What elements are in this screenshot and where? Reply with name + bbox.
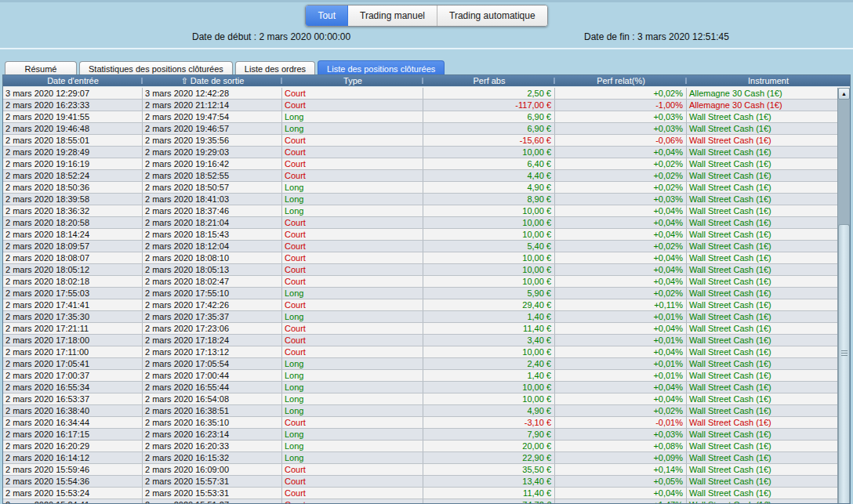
table-row[interactable]: 2 mars 2020 17:21:112 mars 2020 17:23:06… [3,323,837,335]
column-header-instrument[interactable]: Instrument [687,75,850,86]
date-start-label: Date de début : [192,31,256,42]
table-row[interactable]: 2 mars 2020 19:28:492 mars 2020 19:29:03… [3,147,837,158]
table-row[interactable]: 2 mars 2020 16:23:332 mars 2020 21:12:14… [3,100,837,111]
cell-perf-abs: 10,00 € [423,346,555,357]
cell-perf-relat: +0,03% [555,429,687,440]
cell-date-entree: 3 mars 2020 12:29:07 [3,88,143,99]
cell-perf-abs: 10,00 € [423,382,555,393]
cell-perf-abs: 35,50 € [423,464,555,475]
cell-perf-relat: +0,03% [555,123,687,134]
table-row[interactable]: 2 mars 2020 18:09:572 mars 2020 18:12:04… [3,241,837,252]
cell-perf-abs: 10,00 € [423,264,555,275]
cell-date-sortie: 2 mars 2020 15:51:27 [143,499,282,503]
cell-date-entree: 2 mars 2020 15:24:41 [3,499,143,503]
table-row[interactable]: 2 mars 2020 17:35:302 mars 2020 17:35:37… [3,311,837,323]
column-header-perf-relat[interactable]: Perf relat(%) [555,75,687,86]
table-row[interactable]: 2 mars 2020 15:53:242 mars 2020 15:53:31… [3,488,837,499]
cell-perf-relat: +0,01% [555,370,687,381]
cell-perf-relat: +0,05% [555,476,687,487]
table-row[interactable]: 2 mars 2020 18:52:242 mars 2020 18:52:55… [3,170,837,182]
vertical-scrollbar[interactable]: ▲ [837,88,850,503]
table-row[interactable]: 2 mars 2020 16:20:292 mars 2020 16:20:33… [3,441,837,452]
table-row[interactable]: 2 mars 2020 19:16:192 mars 2020 19:16:42… [3,158,837,170]
view-tab-bar: RésuméStatistiques des positions clôturé… [5,60,445,76]
cell-date-sortie: 2 mars 2020 16:15:32 [143,452,282,463]
cell-instrument: Allemagne 30 Cash (1€) [687,88,837,99]
tab-tout[interactable]: Tout [306,5,348,26]
cell-type: Court [282,88,423,99]
cell-type: Court [282,229,423,240]
cell-instrument: Wall Street Cash (1€) [687,288,837,299]
scrollbar-thumb[interactable] [838,224,850,503]
tab-trading-automatique[interactable]: Trading automatique [437,5,547,26]
column-header-date-d-entree[interactable]: Date d'entrée [3,75,143,86]
table-row[interactable]: 2 mars 2020 16:34:442 mars 2020 16:35:10… [3,417,837,429]
table-row[interactable]: 2 mars 2020 18:08:072 mars 2020 18:08:10… [3,252,837,264]
cell-perf-relat: +1,47% [555,499,687,503]
cell-perf-abs: 10,00 € [423,205,555,216]
table-row[interactable]: 2 mars 2020 16:55:342 mars 2020 16:55:44… [3,382,837,393]
view-tab-liste-des-positions-cloturees[interactable]: Liste des positions clôturées [318,60,445,76]
cell-instrument: Wall Street Cash (1€) [687,311,837,322]
cell-date-entree: 2 mars 2020 16:55:34 [3,382,143,393]
cell-instrument: Wall Street Cash (1€) [687,417,837,428]
table-row[interactable]: 2 mars 2020 18:05:122 mars 2020 18:05:13… [3,264,837,276]
cell-date-sortie: 2 mars 2020 18:50:57 [143,182,282,193]
cell-type: Long [282,123,423,134]
table-row[interactable]: 2 mars 2020 15:54:362 mars 2020 15:57:31… [3,476,837,488]
cell-date-entree: 2 mars 2020 18:36:32 [3,205,143,216]
table-row[interactable]: 2 mars 2020 18:14:242 mars 2020 18:15:43… [3,229,837,241]
table-row[interactable]: 2 mars 2020 15:59:462 mars 2020 16:09:00… [3,464,837,476]
table-row[interactable]: 2 mars 2020 16:17:152 mars 2020 16:23:14… [3,429,837,441]
cell-perf-relat: +0,02% [555,182,687,193]
cell-date-entree: 2 mars 2020 17:21:11 [3,323,143,334]
cell-instrument: Wall Street Cash (1€) [687,488,837,499]
cell-perf-abs: 11,40 € [423,323,555,334]
table-row[interactable]: 2 mars 2020 19:41:552 mars 2020 19:47:54… [3,111,837,123]
table-row[interactable]: 2 mars 2020 17:05:412 mars 2020 17:05:54… [3,358,837,370]
cell-date-entree: 2 mars 2020 18:39:58 [3,194,143,205]
cell-perf-abs: 74,72 € [423,499,555,503]
column-header-date-de-sortie[interactable]: ⇧Date de sortie [143,75,282,86]
cell-type: Long [282,405,423,416]
table-row[interactable]: 2 mars 2020 18:36:322 mars 2020 18:37:46… [3,205,837,217]
cell-instrument: Wall Street Cash (1€) [687,111,837,122]
cell-perf-abs: 10,00 € [423,217,555,228]
cell-date-sortie: 2 mars 2020 19:35:56 [143,135,282,146]
table-row[interactable]: 2 mars 2020 17:41:412 mars 2020 17:42:26… [3,299,837,311]
column-header-type[interactable]: Type [282,75,423,86]
table-row[interactable]: 2 mars 2020 17:11:002 mars 2020 17:13:12… [3,346,837,358]
cell-date-sortie: 2 mars 2020 16:55:44 [143,382,282,393]
cell-date-sortie: 3 mars 2020 12:42:28 [143,88,282,99]
table-row[interactable]: 2 mars 2020 18:02:182 mars 2020 18:02:47… [3,276,837,288]
table-row[interactable]: 2 mars 2020 18:55:012 mars 2020 19:35:56… [3,135,837,147]
cell-perf-relat: +0,04% [555,252,687,263]
cell-perf-abs: 2,40 € [423,358,555,369]
cell-perf-abs: 4,40 € [423,170,555,181]
scroll-up-button[interactable]: ▲ [838,88,850,100]
cell-instrument: Wall Street Cash (1€) [687,358,837,369]
cell-perf-abs: 4,90 € [423,405,555,416]
table-row[interactable]: 3 mars 2020 12:29:073 mars 2020 12:42:28… [3,88,837,100]
table-row[interactable]: 2 mars 2020 15:24:412 mars 2020 15:51:27… [3,499,837,503]
cell-perf-relat: +0,09% [555,452,687,463]
cell-date-entree: 2 mars 2020 16:38:40 [3,405,143,416]
cell-instrument: Allemagne 30 Cash (1€) [687,100,837,111]
cell-date-sortie: 2 mars 2020 18:02:47 [143,276,282,287]
table-row[interactable]: 2 mars 2020 19:46:482 mars 2020 19:46:57… [3,123,837,135]
table-row[interactable]: 2 mars 2020 16:53:372 mars 2020 16:54:08… [3,393,837,405]
table-row[interactable]: 2 mars 2020 16:14:122 mars 2020 16:15:32… [3,452,837,464]
table-row[interactable]: 2 mars 2020 18:39:582 mars 2020 18:41:03… [3,194,837,205]
cell-date-sortie: 2 mars 2020 16:54:08 [143,393,282,404]
table-row[interactable]: 2 mars 2020 17:00:372 mars 2020 17:00:44… [3,370,837,382]
table-row[interactable]: 2 mars 2020 17:18:002 mars 2020 17:18:24… [3,335,837,346]
cell-type: Court [282,252,423,263]
table-row[interactable]: 2 mars 2020 17:55:032 mars 2020 17:55:10… [3,288,837,299]
table-row[interactable]: 2 mars 2020 18:50:362 mars 2020 18:50:57… [3,182,837,194]
cell-instrument: Wall Street Cash (1€) [687,252,837,263]
tab-trading-manuel[interactable]: Trading manuel [348,5,437,26]
table-row[interactable]: 2 mars 2020 16:38:402 mars 2020 16:38:51… [3,405,837,417]
column-header-label: Perf abs [474,76,506,85]
column-header-perf-abs[interactable]: Perf abs [423,75,555,86]
table-row[interactable]: 2 mars 2020 18:20:582 mars 2020 18:21:04… [3,217,837,229]
